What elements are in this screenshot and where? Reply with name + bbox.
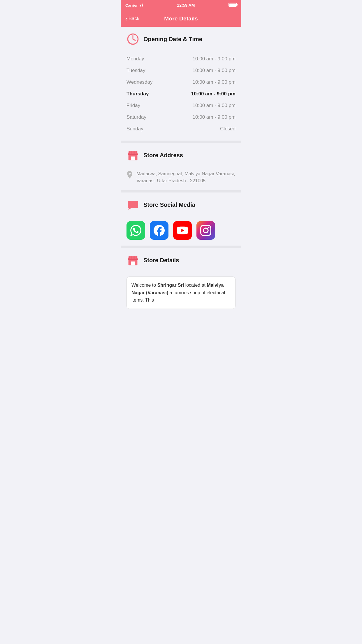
- divider-3: [121, 246, 241, 248]
- store-details-header: Store Details: [126, 254, 236, 267]
- status-bar-left: Carrier ▾⌇: [125, 3, 143, 8]
- youtube-button[interactable]: [173, 221, 192, 240]
- store-details-section: Store Details: [121, 248, 241, 274]
- store-details-title: Store Details: [143, 257, 179, 264]
- store-details-box: Welcome to Shringar Sri located at Malvi…: [126, 276, 236, 309]
- day-sunday: Sunday: [126, 126, 143, 132]
- store-address-section: Store Address: [121, 143, 241, 169]
- store-details-text: Welcome to Shringar Sri located at Malvi…: [131, 281, 231, 304]
- address-row: Madarwa, Samneghat, Malviya Nagar Varana…: [121, 169, 241, 190]
- day-saturday: Saturday: [126, 114, 146, 120]
- svg-rect-16: [131, 256, 132, 260]
- hours-row-wednesday: Wednesday 10:00 am - 9:00 pm: [126, 76, 236, 88]
- opening-hours-header: Opening Date & Time: [126, 33, 236, 46]
- time-saturday: 10:00 am - 9:00 pm: [193, 114, 236, 120]
- opening-hours-section: Opening Date & Time: [121, 27, 241, 53]
- svg-rect-13: [131, 261, 135, 265]
- hours-row-sunday: Sunday Closed: [126, 123, 236, 135]
- instagram-button[interactable]: [196, 221, 215, 240]
- day-thursday: Thursday: [126, 91, 149, 97]
- wifi-icon: ▾⌇: [140, 3, 143, 8]
- time-tuesday: 10:00 am - 9:00 pm: [193, 68, 236, 74]
- svg-rect-18: [136, 256, 137, 260]
- store-details-icon: [126, 254, 139, 267]
- time-wednesday: 10:00 am - 9:00 pm: [193, 79, 236, 85]
- store-social-section: Store Social Media: [121, 192, 241, 219]
- clock-icon: [126, 33, 139, 46]
- back-chevron-icon: ‹: [125, 16, 127, 22]
- hours-row-tuesday: Tuesday 10:00 am - 9:00 pm: [126, 65, 236, 76]
- store-social-header: Store Social Media: [126, 198, 236, 211]
- svg-rect-17: [133, 256, 135, 260]
- store-address-header: Store Address: [126, 149, 236, 162]
- battery-indicator: [229, 3, 237, 8]
- store-address-title: Store Address: [143, 152, 183, 159]
- svg-line-2: [133, 39, 135, 40]
- pin-icon: [126, 171, 133, 180]
- store-icon: [126, 149, 139, 162]
- svg-rect-7: [131, 151, 132, 155]
- back-label: Back: [129, 16, 140, 22]
- address-text: Madarwa, Samneghat, Malviya Nagar Varana…: [136, 170, 236, 184]
- nav-bar: ‹ Back More Details: [121, 10, 241, 27]
- facebook-button[interactable]: [150, 221, 168, 240]
- opening-hours-title: Opening Date & Time: [143, 36, 202, 43]
- content: Opening Date & Time Monday 10:00 am - 9:…: [121, 27, 241, 315]
- day-friday: Friday: [126, 103, 140, 108]
- svg-rect-4: [131, 156, 135, 160]
- divider-1: [121, 141, 241, 143]
- time-monday: 10:00 am - 9:00 pm: [193, 56, 236, 62]
- svg-rect-8: [133, 151, 135, 155]
- svg-rect-9: [136, 151, 137, 155]
- hours-row-saturday: Saturday 10:00 am - 9:00 pm: [126, 111, 236, 123]
- page-title: More Details: [164, 15, 198, 22]
- time-thursday: 10:00 am - 9:00 pm: [191, 91, 236, 97]
- svg-rect-6: [129, 151, 130, 155]
- social-icons-row: [121, 219, 241, 246]
- store-name: Shringar Sri: [157, 283, 184, 288]
- divider-2: [121, 190, 241, 192]
- status-bar: Carrier ▾⌇ 12:59 AM: [121, 0, 241, 10]
- svg-marker-11: [128, 208, 131, 210]
- day-wednesday: Wednesday: [126, 79, 152, 85]
- carrier-label: Carrier: [125, 3, 138, 8]
- status-bar-time: 12:59 AM: [177, 3, 195, 8]
- whatsapp-button[interactable]: [126, 221, 145, 240]
- hours-row-thursday: Thursday 10:00 am - 9:00 pm: [126, 88, 236, 100]
- hours-row-friday: Friday 10:00 am - 9:00 pm: [126, 100, 236, 111]
- chat-icon: [126, 198, 139, 211]
- store-social-title: Store Social Media: [143, 202, 195, 208]
- svg-rect-10: [128, 201, 138, 208]
- time-friday: 10:00 am - 9:00 pm: [193, 103, 236, 108]
- time-sunday: Closed: [220, 126, 236, 132]
- hours-row-monday: Monday 10:00 am - 9:00 pm: [126, 53, 236, 65]
- svg-rect-15: [129, 256, 130, 260]
- day-monday: Monday: [126, 56, 144, 62]
- day-tuesday: Tuesday: [126, 68, 145, 74]
- back-button[interactable]: ‹ Back: [125, 16, 139, 22]
- hours-table: Monday 10:00 am - 9:00 pm Tuesday 10:00 …: [121, 53, 241, 141]
